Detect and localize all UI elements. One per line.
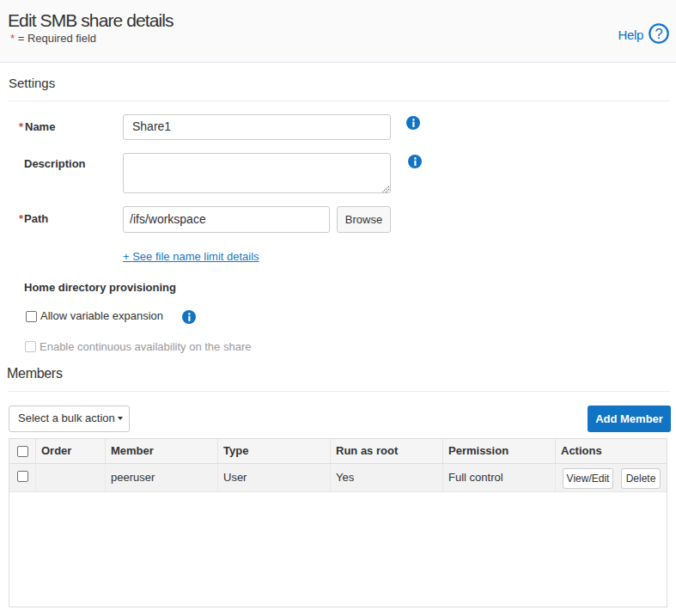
svg-text:?: ? [655, 26, 663, 41]
